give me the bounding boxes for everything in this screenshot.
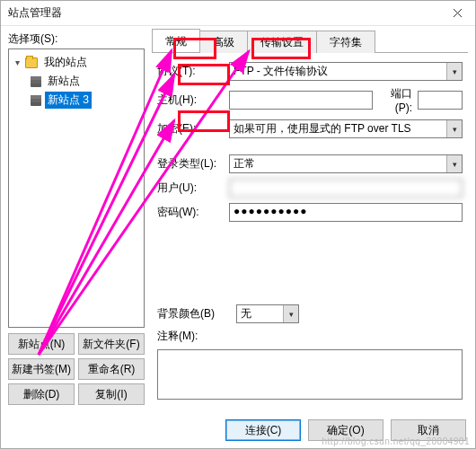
new-folder-button[interactable]: 新文件夹(F)	[78, 333, 145, 355]
user-row: 用户(U):	[157, 179, 463, 198]
tree-item-label: 新站点	[45, 73, 83, 90]
logon-type-row: 登录类型(L): 正常 ▾	[157, 154, 463, 173]
user-label: 用户(U):	[157, 180, 224, 196]
port-label: 端口(P):	[378, 86, 412, 114]
tab-charset-label: 字符集	[330, 36, 362, 48]
password-mask: ●●●●●●●●●●	[234, 205, 307, 217]
tab-transfer-label: 传输设置	[260, 36, 304, 48]
tree-twisty-icon[interactable]: ▾	[13, 58, 22, 67]
bgcolor-select[interactable]: 无 ▾	[236, 304, 299, 323]
delete-button[interactable]: 删除(D)	[8, 383, 75, 405]
tree-root-label: 我的站点	[41, 54, 90, 71]
protocol-row: 协议(T): FTP - 文件传输协议 ▾	[157, 62, 463, 81]
site-manager-window: 站点管理器 选择项(S): ▾ 我的站点 新站点 新站点 3	[0, 0, 476, 449]
tree-root-my-sites[interactable]: ▾ 我的站点	[11, 53, 142, 72]
chevron-down-icon: ▾	[283, 305, 298, 322]
delete-label: 删除(D)	[23, 387, 60, 402]
ok-button[interactable]: 确定(O)	[308, 419, 383, 441]
general-form: 协议(T): FTP - 文件传输协议 ▾ 主机(H): 端口(P): 加密(E…	[152, 53, 468, 405]
logon-type-label: 登录类型(L):	[157, 156, 224, 172]
chevron-down-icon: ▾	[446, 120, 462, 137]
new-bookmark-button[interactable]: 新建书签(M)	[8, 358, 75, 380]
rename-label: 重命名(R)	[88, 362, 136, 377]
folder-icon	[25, 57, 38, 68]
comments-textarea[interactable]	[157, 349, 463, 400]
titlebar: 站点管理器	[1, 1, 475, 26]
tab-transfer[interactable]: 传输设置	[247, 31, 317, 53]
close-icon	[453, 8, 463, 18]
tab-general[interactable]: 常规	[152, 29, 200, 52]
port-input[interactable]	[418, 91, 463, 110]
protocol-label: 协议(T):	[157, 64, 224, 79]
tab-bar: 常规 高级 传输设置 字符集	[152, 31, 468, 53]
chevron-down-icon: ▾	[446, 63, 462, 80]
cancel-button[interactable]: 取消	[391, 419, 466, 441]
new-site-label: 新站点(N)	[18, 337, 66, 352]
new-folder-label: 新文件夹(F)	[83, 337, 139, 352]
comments-label: 注释(M):	[157, 329, 463, 344]
rename-button[interactable]: 重命名(R)	[78, 358, 145, 380]
tab-general-label: 常规	[165, 35, 187, 48]
logon-type-value: 正常	[229, 154, 463, 173]
tab-advanced[interactable]: 高级	[199, 31, 248, 53]
select-entry-label: 选择项(S):	[8, 31, 145, 47]
password-label: 密码(W):	[157, 205, 224, 220]
user-input[interactable]	[229, 179, 463, 198]
protocol-value: FTP - 文件传输协议	[229, 62, 463, 81]
right-panel: 常规 高级 传输设置 字符集 协议(T): FTP - 文件传输协议 ▾ 主机(…	[152, 31, 468, 405]
encryption-value: 如果可用，使用显式的 FTP over TLS	[229, 119, 463, 138]
tree-item-label: 新站点 3	[45, 92, 92, 109]
left-button-grid: 新站点(N) 新文件夹(F) 新建书签(M) 重命名(R) 删除(D) 复制(I…	[8, 333, 145, 405]
cancel-label: 取消	[418, 423, 439, 438]
host-input[interactable]	[229, 91, 373, 110]
window-title: 站点管理器	[8, 5, 439, 21]
server-icon	[31, 95, 41, 106]
encryption-row: 加密(E): 如果可用，使用显式的 FTP over TLS ▾	[157, 119, 463, 138]
tab-advanced-label: 高级	[213, 36, 234, 48]
bgcolor-label: 背景颜色(B)	[157, 306, 231, 321]
password-row: 密码(W): ●●●●●●●●●●	[157, 203, 463, 222]
tab-charset[interactable]: 字符集	[316, 31, 375, 53]
tree-site-item-selected[interactable]: 新站点 3	[11, 91, 142, 110]
left-panel: 选择项(S): ▾ 我的站点 新站点 新站点 3 新站点(N) 新文件夹	[8, 31, 145, 405]
connect-button[interactable]: 连接(C)	[225, 419, 301, 441]
host-label: 主机(H):	[157, 92, 224, 108]
encryption-label: 加密(E):	[157, 121, 224, 136]
site-tree[interactable]: ▾ 我的站点 新站点 新站点 3	[8, 48, 145, 328]
bgcolor-row: 背景颜色(B) 无 ▾	[157, 304, 463, 323]
encryption-select[interactable]: 如果可用，使用显式的 FTP over TLS ▾	[229, 119, 463, 138]
dialog-button-row: 连接(C) 确定(O) 取消	[225, 419, 466, 441]
copy-label: 复制(I)	[95, 387, 127, 402]
password-input[interactable]: ●●●●●●●●●●	[229, 203, 463, 222]
chevron-down-icon: ▾	[446, 155, 462, 172]
new-bookmark-label: 新建书签(M)	[12, 362, 71, 377]
close-button[interactable]	[439, 1, 475, 26]
tree-site-item[interactable]: 新站点	[11, 72, 142, 91]
ok-label: 确定(O)	[327, 423, 364, 438]
new-site-button[interactable]: 新站点(N)	[8, 333, 75, 355]
host-row: 主机(H): 端口(P):	[157, 86, 463, 114]
logon-type-select[interactable]: 正常 ▾	[229, 154, 463, 173]
copy-button[interactable]: 复制(I)	[78, 383, 145, 405]
connect-label: 连接(C)	[245, 423, 282, 438]
protocol-select[interactable]: FTP - 文件传输协议 ▾	[229, 62, 463, 81]
server-icon	[31, 76, 41, 87]
